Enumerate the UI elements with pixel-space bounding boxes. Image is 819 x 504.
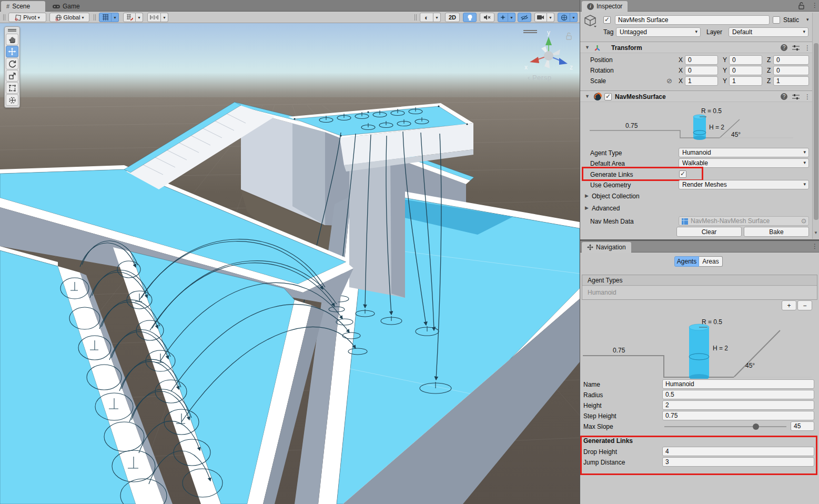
- foldout-open-icon[interactable]: ▼: [585, 94, 590, 99]
- help-icon[interactable]: ?: [781, 93, 787, 100]
- height-field[interactable]: [662, 400, 814, 410]
- scale-z-field[interactable]: [773, 76, 809, 86]
- constrain-proportions-icon[interactable]: ⊘: [666, 77, 672, 85]
- scale-x-field[interactable]: [685, 76, 718, 86]
- object-collection-foldout[interactable]: ▶ Object Collection: [580, 191, 819, 201]
- object-picker-icon[interactable]: ⊙: [801, 217, 806, 225]
- name-field[interactable]: [662, 379, 814, 389]
- overlay-handle[interactable]: [523, 31, 537, 33]
- clear-button[interactable]: Clear: [676, 227, 742, 237]
- light-toggle-button[interactable]: [463, 13, 477, 22]
- advanced-foldout[interactable]: ▶ Advanced: [580, 203, 819, 213]
- max-slope-slider-knob[interactable]: [753, 424, 759, 430]
- scene-canvas[interactable]: [0, 23, 580, 504]
- max-slope-slider[interactable]: [664, 426, 786, 427]
- component-enabled-checkbox[interactable]: [604, 93, 612, 100]
- scrollbar-thumb[interactable]: [814, 43, 818, 220]
- visibility-eye-icon: [521, 15, 528, 21]
- rotation-z-field[interactable]: [773, 66, 809, 75]
- agent-type-dropdown[interactable]: Humanoid: [679, 148, 809, 157]
- position-x-field[interactable]: [685, 55, 718, 65]
- global-button[interactable]: Global▾: [49, 13, 89, 22]
- nav-mesh-data-field[interactable]: NavMesh-NavMesh Surface ⊙: [679, 216, 809, 226]
- kebab-menu-icon[interactable]: ⋮: [812, 243, 818, 250]
- help-icon[interactable]: ?: [781, 44, 787, 51]
- lock-icon[interactable]: [798, 2, 805, 9]
- tab-game[interactable]: Game: [47, 1, 87, 12]
- scroll-down-arrow[interactable]: ▼: [814, 230, 818, 235]
- step-height-field[interactable]: [662, 411, 814, 420]
- rotation-y-field[interactable]: [729, 66, 762, 75]
- camera-control[interactable]: ▼: [534, 13, 554, 22]
- scene-visibility-button[interactable]: [518, 13, 531, 22]
- gameobject-name-field[interactable]: [615, 15, 770, 25]
- scene-gizmo[interactable]: y x z ‹ Persp: [518, 25, 577, 87]
- use-geometry-dropdown[interactable]: Render Meshes: [679, 180, 809, 189]
- audio-mute-button[interactable]: [480, 13, 494, 22]
- position-z-field[interactable]: [773, 55, 809, 65]
- toolbar-handle[interactable]: [94, 14, 96, 21]
- agent-cylinder: [689, 324, 709, 379]
- remove-agent-button[interactable]: −: [797, 300, 812, 310]
- pivot-button[interactable]: Pivot▾: [8, 13, 46, 22]
- overlay-handle[interactable]: [8, 29, 16, 32]
- audio-mute-icon: [483, 14, 491, 21]
- shading-mode-control[interactable]: ◐ ▼: [420, 13, 441, 22]
- radius-field[interactable]: [662, 390, 814, 399]
- position-y-field[interactable]: [729, 55, 762, 65]
- jump-distance-field[interactable]: [662, 457, 814, 467]
- max-slope-field[interactable]: [791, 421, 814, 431]
- inspector-panel: i Inspector ⋮ Static ▾ Tag Untagged Laye…: [580, 0, 819, 504]
- grid-visibility-control[interactable]: ▼: [99, 13, 119, 22]
- kebab-menu-icon[interactable]: ⋮: [804, 44, 811, 52]
- tab-navigation[interactable]: Navigation: [582, 242, 631, 253]
- gameobject-active-checkbox[interactable]: [603, 16, 611, 24]
- tab-scene[interactable]: # Scene: [1, 1, 45, 12]
- rotation-x-field[interactable]: [685, 66, 718, 75]
- generate-links-checkbox[interactable]: [679, 170, 686, 178]
- tab-inspector[interactable]: i Inspector: [582, 1, 628, 12]
- kebab-menu-icon[interactable]: ⋮: [812, 2, 818, 9]
- drop-height-field[interactable]: [662, 447, 814, 456]
- rect-tool-button[interactable]: [6, 82, 18, 94]
- areas-tab-button[interactable]: Areas: [699, 256, 723, 267]
- navigation-tabbar: Navigation ⋮: [580, 241, 819, 253]
- static-checkbox[interactable]: [773, 16, 780, 24]
- transform-tool-button[interactable]: [6, 94, 18, 106]
- scale-tool-button[interactable]: [6, 70, 18, 82]
- tag-dropdown[interactable]: Untagged: [616, 27, 701, 37]
- rotate-tool-button[interactable]: [6, 58, 18, 69]
- lock-icon[interactable]: [567, 33, 571, 40]
- snap-control[interactable]: ▼: [123, 13, 143, 22]
- layer-label: Layer: [706, 28, 722, 36]
- agents-tab-button[interactable]: Agents: [674, 256, 699, 267]
- gameobject-cube-icon[interactable]: [583, 14, 597, 28]
- foldout-open-icon[interactable]: ▼: [585, 45, 590, 50]
- toolbar-handle[interactable]: [3, 14, 5, 21]
- hand-tool-button[interactable]: [6, 34, 18, 45]
- move-tool-button[interactable]: [6, 46, 18, 57]
- layer-dropdown[interactable]: Default: [729, 27, 808, 37]
- agent-type-list-item[interactable]: Humanoid: [582, 286, 817, 299]
- presets-icon[interactable]: [792, 45, 800, 51]
- transform-header[interactable]: ▼ Transform ? ⋮: [580, 42, 819, 53]
- presets-icon[interactable]: [792, 94, 800, 100]
- gizmos-control[interactable]: ▼: [558, 13, 578, 22]
- navmeshsurface-header[interactable]: ▼ NavMeshSurface ? ⋮: [580, 90, 819, 102]
- kebab-menu-icon[interactable]: ⋮: [804, 93, 811, 100]
- diagram-radius-label: R = 0.5: [702, 318, 722, 326]
- rotation-row: Rotation X Y Z: [580, 65, 819, 75]
- 2d-toggle-button[interactable]: 2D: [445, 13, 460, 22]
- effects-control[interactable]: ▼: [498, 13, 515, 22]
- perspective-label[interactable]: ‹ Persp: [528, 74, 551, 82]
- scale-y-field[interactable]: [729, 76, 762, 86]
- default-area-dropdown[interactable]: Walkable: [679, 158, 809, 168]
- toolbar-handle[interactable]: [414, 14, 417, 21]
- static-dropdown-caret[interactable]: ▾: [806, 17, 809, 22]
- inspector-scrollbar[interactable]: ▼: [812, 13, 819, 239]
- add-agent-button[interactable]: +: [782, 300, 796, 310]
- tab-game-label: Game: [63, 3, 80, 10]
- bake-button[interactable]: Bake: [744, 227, 809, 237]
- axis-gizmo[interactable]: y x z: [524, 29, 573, 71]
- increment-snap-control[interactable]: ▼: [147, 13, 168, 22]
